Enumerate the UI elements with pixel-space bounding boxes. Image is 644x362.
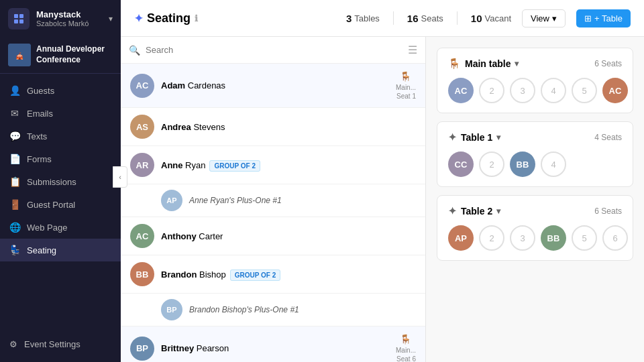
guest-row[interactable]: BBBrandon BishopGROUP OF 2	[121, 255, 425, 294]
seat-circle[interactable]: 3	[510, 225, 535, 251]
event-image: 🎪	[8, 44, 31, 66]
seat-circle[interactable]: AP	[448, 225, 474, 251]
vacant-label: Vacant	[484, 13, 511, 23]
svg-rect-2	[14, 19, 18, 23]
search-input[interactable]	[146, 45, 402, 55]
seat-number: 5	[582, 86, 586, 96]
table-collapse-icon[interactable]: ▾	[515, 59, 519, 68]
add-table-button[interactable]: ⊞ + Table	[576, 9, 631, 27]
sidebar-event[interactable]: 🎪 Annual Developer Conference	[0, 37, 121, 74]
svg-text:🎪: 🎪	[15, 52, 24, 60]
table-name: Main table	[465, 58, 511, 69]
table-icon: ✦	[448, 205, 457, 217]
table-collapse-icon[interactable]: ▾	[496, 206, 500, 216]
sidebar-item-event-settings[interactable]: ⚙ Event Settings	[9, 333, 111, 355]
table-name: Table 1	[461, 132, 492, 143]
seat-circle[interactable]: BB	[510, 152, 535, 177]
seat-circle[interactable]: 2	[479, 152, 504, 177]
main-area: ✦ Seating ℹ 3 Tables 16 Seats 10 Vacant …	[121, 0, 644, 362]
sidebar-item-emails-label: Emails	[27, 109, 53, 119]
seat-circle[interactable]: 3	[510, 78, 535, 103]
seat-circle[interactable]: BB	[541, 225, 566, 251]
sidebar-collapse-button[interactable]: ‹	[113, 166, 127, 188]
app-logo	[8, 8, 30, 29]
guest-list: ACAdam Cardenas🪑Main...Seat 1ASAndrea St…	[121, 64, 425, 362]
forms-icon: 📄	[9, 154, 20, 164]
table-card-table2: ✦Table 2▾6 SeatsAP23BB56	[437, 195, 633, 261]
sidebar-item-web-page-label: Web Page	[27, 223, 67, 233]
guest-name: Anthony Carter	[161, 231, 416, 241]
seat-number: 2	[489, 86, 494, 96]
plus-one-avatar: AP	[161, 190, 182, 211]
sidebar-settings-label: Event Settings	[24, 339, 80, 349]
sidebar-item-guests[interactable]: 👤 Guests	[0, 79, 121, 102]
header: ✦ Seating ℹ 3 Tables 16 Seats 10 Vacant …	[121, 0, 644, 37]
seat-circle[interactable]: AC	[448, 78, 474, 103]
seat-circle[interactable]: 2	[479, 78, 504, 103]
seat-circle[interactable]: AC	[602, 78, 628, 103]
table-icon: ✦	[448, 131, 457, 143]
sidebar-item-forms[interactable]: 📄 Forms	[0, 147, 121, 170]
sidebar-item-emails[interactable]: ✉ Emails	[0, 102, 121, 125]
guest-avatar: AR	[130, 153, 154, 177]
guest-avatar-seat: CC	[455, 160, 468, 170]
vacant-count: 10	[471, 13, 482, 24]
sidebar-item-guest-portal-label: Guest Portal	[27, 200, 75, 210]
seat-circle[interactable]: 5	[572, 78, 597, 103]
seats-stat: 16 Seats	[407, 13, 443, 24]
seating-icon: 💺	[9, 245, 20, 255]
view-button-label: View	[531, 13, 549, 23]
svg-rect-0	[14, 14, 18, 18]
seat-circle[interactable]: 5	[572, 225, 597, 251]
guest-row[interactable]: ACAnthony Carter	[121, 217, 425, 255]
list-view-icon[interactable]: ☰	[408, 44, 417, 56]
guest-name: Adam Cardenas	[161, 80, 389, 90]
seat-circle[interactable]: 4	[541, 78, 566, 103]
seating-ms-icon: ✦	[134, 12, 143, 25]
sidebar-item-texts[interactable]: 💬 Texts	[0, 125, 121, 147]
stat-divider-2	[457, 11, 458, 25]
table-card-header: ✦Table 2▾6 Seats	[448, 205, 622, 217]
page-title-block: ✦ Seating ℹ	[134, 11, 198, 25]
guest-row[interactable]: ASAndrea Stevens	[121, 108, 425, 146]
sidebar-item-seating[interactable]: 💺 Seating	[0, 239, 121, 261]
top-bar-chevron-icon[interactable]: ▾	[109, 14, 113, 23]
plus-one-avatar: BP	[161, 299, 182, 320]
guest-avatar-seat: AP	[455, 233, 467, 243]
guest-row[interactable]: ACAdam Cardenas🪑Main...Seat 1	[121, 64, 425, 108]
table-title[interactable]: ✦Table 2▾	[448, 205, 500, 217]
table-card-header: ✦Table 1▾4 Seats	[448, 131, 622, 143]
seat-number: 3	[520, 233, 525, 243]
plus-one-row[interactable]: BPBrandon Bishop's Plus-One #1	[121, 294, 425, 326]
guest-name: Anne RyanGROUP OF 2	[161, 160, 416, 170]
table-card-main: 🪑Main table▾6 SeatsAC2345AC	[437, 48, 633, 113]
seat-circle[interactable]: 6	[602, 225, 628, 251]
page-info-icon[interactable]: ℹ	[195, 13, 198, 23]
web-page-icon: 🌐	[9, 222, 20, 233]
table-collapse-icon[interactable]: ▾	[496, 133, 500, 142]
group-badge: GROUP OF 2	[209, 160, 260, 172]
seat-circle[interactable]: CC	[448, 152, 474, 177]
sidebar-item-submissions[interactable]: 📋 Submissions	[0, 170, 121, 193]
table-title[interactable]: ✦Table 1▾	[448, 131, 500, 143]
guest-row[interactable]: BPBrittney Pearson🪑Main...Seat 6	[121, 326, 425, 362]
event-title: Annual Developer Conference	[36, 44, 113, 65]
seat-circle[interactable]: 2	[479, 225, 504, 251]
seats-row: AP23BB56	[448, 225, 622, 251]
view-button[interactable]: View ▾	[522, 9, 566, 27]
plus-one-row[interactable]: APAnne Ryan's Plus-One #1	[121, 184, 425, 217]
seat-circle[interactable]: 4	[541, 152, 566, 177]
guest-avatar: BB	[130, 262, 154, 286]
sidebar-item-web-page[interactable]: 🌐 Web Page	[0, 216, 121, 239]
guest-row[interactable]: ARAnne RyanGROUP OF 2	[121, 146, 425, 184]
plus-one-name: Anne Ryan's Plus-One #1	[189, 196, 282, 205]
guest-avatar: AS	[130, 115, 154, 139]
sidebar-item-guest-portal[interactable]: 🚪 Guest Portal	[0, 193, 121, 216]
submissions-icon: 📋	[9, 176, 20, 187]
table-title[interactable]: 🪑Main table▾	[448, 58, 519, 70]
guest-name: Andrea Stevens	[161, 122, 416, 132]
table-seats-count: 6 Seats	[594, 206, 622, 216]
guest-avatar-seat: BB	[517, 160, 529, 170]
guest-avatar: AC	[130, 74, 154, 98]
table-icon: 🪑	[448, 58, 461, 70]
